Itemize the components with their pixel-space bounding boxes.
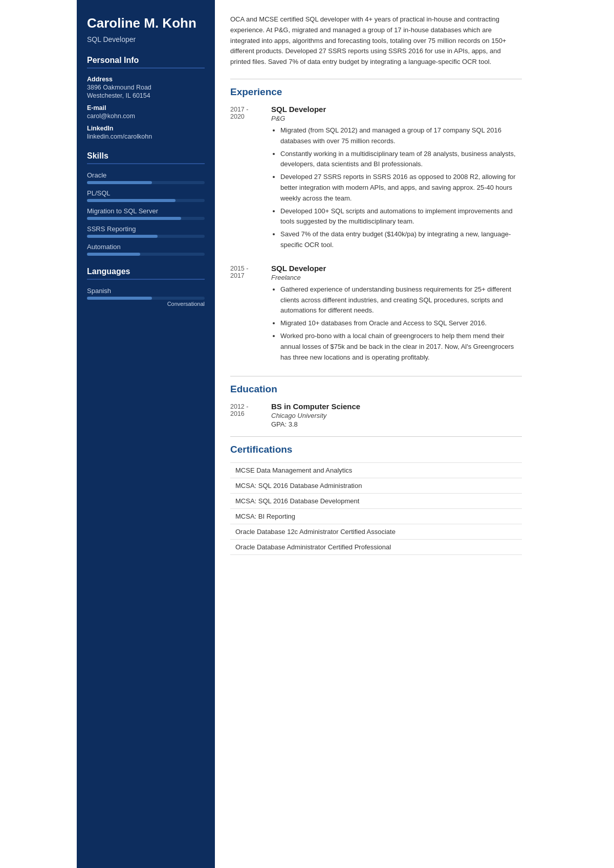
skills-heading: Skills bbox=[87, 151, 205, 164]
certifications-section: Certifications MCSE Data Management and … bbox=[230, 444, 522, 555]
main-content: OCA and MCSE certified SQL developer wit… bbox=[215, 0, 537, 868]
cert-item-3: MCSA: SQL 2016 Database Development bbox=[230, 494, 522, 509]
cert-row-6: Oracle Database Administrator Certified … bbox=[230, 540, 522, 555]
exp-1-company: P&G bbox=[271, 115, 522, 122]
edu-1-details: BS in Computer Science Chicago Universit… bbox=[271, 402, 360, 428]
linkedin-label: LinkedIn bbox=[87, 125, 205, 132]
experience-heading: Experience bbox=[230, 86, 522, 98]
sidebar: Caroline M. Kohn SQL Developer Personal … bbox=[77, 0, 215, 868]
skill-oracle-name: Oracle bbox=[87, 171, 205, 179]
skill-plsql-bar-fill bbox=[87, 199, 176, 202]
exp-entry-2: 2015 -2017 SQL Developer Freelance Gathe… bbox=[230, 264, 522, 365]
skill-migration-bar-bg bbox=[87, 217, 205, 220]
languages-heading: Languages bbox=[87, 267, 205, 280]
exp-2-title: SQL Developer bbox=[271, 264, 522, 273]
summary-divider bbox=[230, 79, 522, 79]
edu-entry-1: 2012 -2016 BS in Computer Science Chicag… bbox=[230, 402, 522, 428]
exp-entry-1: 2017 -2020 SQL Developer P&G Migrated (f… bbox=[230, 105, 522, 253]
exp-1-details: SQL Developer P&G Migrated (from SQL 201… bbox=[271, 105, 522, 253]
education-heading: Education bbox=[230, 384, 522, 395]
exp-2-bullet-2: Migrated 10+ databases from Oracle and A… bbox=[280, 318, 522, 329]
cert-row-4: MCSA: BI Reporting bbox=[230, 509, 522, 524]
lang-spanish-bar-bg bbox=[87, 297, 205, 300]
experience-divider bbox=[230, 376, 522, 376]
education-section: Education 2012 -2016 BS in Computer Scie… bbox=[230, 384, 522, 428]
candidate-title: SQL Developer bbox=[87, 35, 205, 43]
cert-item-1: MCSE Data Management and Analytics bbox=[230, 463, 522, 478]
candidate-name: Caroline M. Kohn bbox=[87, 15, 205, 31]
edu-1-degree: BS in Computer Science bbox=[271, 402, 360, 411]
exp-2-bullets: Gathered experience of understanding bus… bbox=[271, 284, 522, 363]
skill-migration: Migration to SQL Server bbox=[87, 207, 205, 220]
certifications-heading: Certifications bbox=[230, 444, 522, 455]
skill-oracle-bar-fill bbox=[87, 181, 152, 184]
skill-ssrs-name: SSRS Reporting bbox=[87, 225, 205, 233]
cert-table: MCSE Data Management and Analytics MCSA:… bbox=[230, 462, 522, 555]
exp-1-bullet-5: Saved 7% of the data entry budget ($140k… bbox=[280, 229, 522, 251]
personal-info-heading: Personal Info bbox=[87, 56, 205, 69]
cert-row-3: MCSA: SQL 2016 Database Development bbox=[230, 494, 522, 509]
education-divider bbox=[230, 436, 522, 437]
skill-migration-bar-fill bbox=[87, 217, 181, 220]
exp-1-bullet-2: Constantly working in a multidisciplinar… bbox=[280, 149, 522, 170]
exp-1-bullet-1: Migrated (from SQL 2012) and managed a g… bbox=[280, 125, 522, 147]
skill-ssrs-bar-fill bbox=[87, 235, 158, 238]
cert-row-2: MCSA: SQL 2016 Database Administration bbox=[230, 478, 522, 494]
skill-automation-bar-bg bbox=[87, 253, 205, 256]
skill-plsql: PL/SQL bbox=[87, 189, 205, 202]
edu-1-dates: 2012 -2016 bbox=[230, 402, 271, 428]
cert-item-2: MCSA: SQL 2016 Database Administration bbox=[230, 478, 522, 494]
skill-migration-name: Migration to SQL Server bbox=[87, 207, 205, 215]
skill-automation-name: Automation bbox=[87, 243, 205, 251]
experience-section: Experience 2017 -2020 SQL Developer P&G … bbox=[230, 86, 522, 365]
exp-2-company: Freelance bbox=[271, 274, 522, 281]
email-value: carol@kohn.com bbox=[87, 113, 205, 120]
address-label: Address bbox=[87, 76, 205, 83]
cert-item-6: Oracle Database Administrator Certified … bbox=[230, 540, 522, 555]
skill-plsql-name: PL/SQL bbox=[87, 189, 205, 197]
linkedin-value: linkedin.com/carolkohn bbox=[87, 133, 205, 140]
lang-spanish-bar-fill bbox=[87, 297, 152, 300]
skill-plsql-bar-bg bbox=[87, 199, 205, 202]
address-line2: Westchester, IL 60154 bbox=[87, 92, 205, 99]
exp-1-bullet-4: Developed 100+ SQL scripts and automatio… bbox=[280, 206, 522, 228]
skill-oracle: Oracle bbox=[87, 171, 205, 184]
skill-ssrs: SSRS Reporting bbox=[87, 225, 205, 238]
exp-2-bullet-3: Worked pro-bono with a local chain of gr… bbox=[280, 331, 522, 363]
skill-automation: Automation bbox=[87, 243, 205, 256]
lang-spanish-name: Spanish bbox=[87, 287, 205, 295]
exp-2-dates: 2015 -2017 bbox=[230, 264, 271, 365]
exp-1-dates: 2017 -2020 bbox=[230, 105, 271, 253]
exp-1-title: SQL Developer bbox=[271, 105, 522, 114]
lang-spanish-level: Conversational bbox=[87, 301, 205, 307]
email-label: E-mail bbox=[87, 104, 205, 112]
exp-2-details: SQL Developer Freelance Gathered experie… bbox=[271, 264, 522, 365]
skill-oracle-bar-bg bbox=[87, 181, 205, 184]
edu-1-gpa: GPA: 3.8 bbox=[271, 420, 360, 428]
skill-ssrs-bar-bg bbox=[87, 235, 205, 238]
address-line1: 3896 Oakmound Road bbox=[87, 84, 205, 91]
cert-item-5: Oracle Database 12c Administrator Certif… bbox=[230, 524, 522, 540]
lang-spanish: Spanish Conversational bbox=[87, 287, 205, 307]
cert-item-4: MCSA: BI Reporting bbox=[230, 509, 522, 524]
exp-2-bullet-1: Gathered experience of understanding bus… bbox=[280, 284, 522, 316]
summary-text: OCA and MCSE certified SQL developer wit… bbox=[230, 14, 522, 68]
exp-1-bullet-3: Developed 27 SSRS reports in SSRS 2016 a… bbox=[280, 172, 522, 204]
exp-1-bullets: Migrated (from SQL 2012) and managed a g… bbox=[271, 125, 522, 251]
edu-1-school: Chicago University bbox=[271, 412, 360, 419]
cert-row-1: MCSE Data Management and Analytics bbox=[230, 463, 522, 478]
skill-automation-bar-fill bbox=[87, 253, 140, 256]
resume-container: Caroline M. Kohn SQL Developer Personal … bbox=[77, 0, 537, 868]
cert-row-5: Oracle Database 12c Administrator Certif… bbox=[230, 524, 522, 540]
